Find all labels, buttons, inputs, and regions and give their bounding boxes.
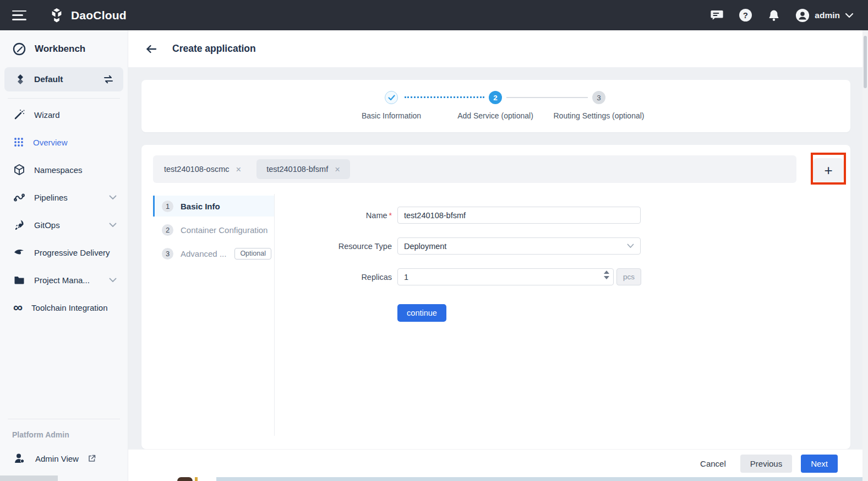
step-connector-dotted: [405, 96, 484, 98]
workspace-name: Default: [34, 74, 95, 84]
tab-label: test240108-bfsmf: [266, 165, 328, 174]
cut-off-content: [216, 477, 868, 481]
step-number-badge: 1: [162, 201, 173, 212]
chevron-down-icon: [109, 278, 117, 283]
form-nav-divider: [274, 194, 275, 436]
step-3-circle: 3: [592, 91, 605, 104]
wizard-nav-label: Container Configuration: [181, 225, 268, 235]
name-field-label: Name*: [232, 211, 392, 220]
workbench-icon: [12, 42, 26, 56]
replicas-label: Replicas: [232, 273, 392, 282]
spin-up-icon[interactable]: [604, 271, 609, 274]
sidebar-item-label: Toolchain Integration: [31, 303, 107, 312]
service-tabbar: test240108-oscmc × test240108-bfsmf ×: [153, 155, 796, 183]
sidebar-item-gitops[interactable]: GitOps: [0, 211, 128, 239]
brand-name: DaoCloud: [71, 9, 127, 22]
close-icon[interactable]: ×: [335, 165, 340, 174]
sidebar-item-label: Overview: [33, 138, 68, 147]
step-1-circle: [385, 91, 398, 104]
replicas-field-row: Replicas pcs: [232, 268, 641, 285]
chevron-down-icon: [109, 223, 117, 228]
message-icon[interactable]: [709, 8, 724, 23]
chevron-down-icon: [845, 13, 854, 18]
step-number: 3: [597, 94, 601, 102]
chevron-down-icon: [627, 244, 634, 248]
cut-off-avatar: [195, 477, 198, 481]
tab-label: test240108-oscmc: [164, 165, 229, 174]
wizard-nav-label: Advanced ...: [181, 249, 226, 258]
platform-admin-label: Platform Admin: [0, 421, 128, 446]
menu-hamburger-icon[interactable]: [12, 10, 26, 20]
daocloud-logo-icon: [48, 7, 65, 24]
sidebar-item-project-management[interactable]: Project Mana...: [0, 266, 128, 294]
stepper-card: 2 3 Basic Information Add Service (optio…: [141, 80, 850, 132]
question-glyph: ?: [743, 10, 748, 20]
user-name: admin: [815, 10, 840, 20]
resource-type-value: Deployment: [404, 242, 446, 251]
sidebar-item-label: Pipelines: [34, 193, 68, 202]
continue-button[interactable]: continue: [397, 304, 446, 322]
sidebar-divider: [8, 98, 120, 99]
scrollbar-thumb[interactable]: [864, 36, 867, 88]
sidebar-item-label: Namespaces: [34, 165, 83, 175]
name-field-row: Name*: [232, 207, 641, 224]
sidebar-section-workbench: Workbench: [0, 30, 128, 64]
switch-workspace-icon[interactable]: [102, 74, 114, 85]
tab-service-bfsmf[interactable]: test240108-bfsmf ×: [256, 159, 350, 179]
resource-type-select[interactable]: Deployment: [397, 237, 641, 255]
sidebar-item-pipelines[interactable]: Pipelines: [0, 183, 128, 211]
replicas-input[interactable]: [398, 269, 597, 284]
step-3-label: Routing Settings (optional): [554, 111, 645, 120]
daocloud-app: DaoCloud ? admin: [0, 0, 868, 481]
rocket-icon: [13, 219, 25, 231]
notifications-bell-icon[interactable]: [767, 8, 781, 23]
pipeline-icon: [13, 191, 25, 203]
resource-type-field-row: Resource Type Deployment: [232, 237, 641, 255]
topbar-actions: ? admin: [709, 8, 854, 23]
sidebar-item-label: GitOps: [34, 220, 60, 230]
cancel-button[interactable]: Cancel: [695, 455, 731, 473]
admin-user-icon: [13, 452, 26, 464]
sidebar-item-label: Project Mana...: [34, 275, 90, 285]
avatar-icon: [795, 8, 810, 23]
step-number-badge: 3: [162, 248, 173, 260]
step-connector-solid: [506, 97, 588, 98]
external-link-icon: [88, 454, 96, 463]
back-arrow-icon[interactable]: [145, 44, 157, 54]
sidebar-item-toolchain-integration[interactable]: ∞ Toolchain Integration: [0, 294, 128, 321]
sidebar-item-namespaces[interactable]: Namespaces: [0, 156, 128, 183]
sidebar-item-label: Progressive Delivery: [34, 248, 110, 257]
close-icon[interactable]: ×: [236, 165, 241, 174]
sidebar-item-wizard[interactable]: Wizard: [0, 101, 128, 128]
folder-icon: [13, 274, 25, 286]
add-service-button[interactable]: +: [813, 158, 844, 182]
next-button[interactable]: Next: [801, 455, 838, 473]
sidebar-item-progressive-delivery[interactable]: Progressive Delivery: [0, 239, 128, 266]
tab-service-oscmc[interactable]: test240108-oscmc ×: [154, 159, 251, 179]
sidebar-divider: [8, 419, 120, 419]
wizard-nav-label: Basic Info: [181, 202, 220, 211]
sidebar-item-overview[interactable]: Overview: [0, 128, 128, 156]
spin-down-icon[interactable]: [604, 276, 609, 279]
previous-button[interactable]: Previous: [740, 455, 792, 473]
required-asterisk: *: [389, 211, 392, 220]
name-input[interactable]: [397, 207, 641, 224]
cut-off-content: [128, 477, 216, 481]
infinity-icon: ∞: [13, 304, 23, 311]
help-icon[interactable]: ?: [738, 8, 752, 23]
workspace-selector[interactable]: Default: [4, 67, 123, 91]
brand-logo[interactable]: DaoCloud: [48, 7, 127, 24]
sidebar-item-label: Admin View: [35, 454, 79, 463]
user-menu[interactable]: admin: [795, 8, 854, 23]
bird-icon: [13, 246, 25, 258]
replicas-stepper[interactable]: [604, 271, 609, 279]
page-scrollbar[interactable]: [862, 30, 868, 481]
resource-type-label: Resource Type: [232, 242, 392, 251]
step-number-badge: 2: [162, 224, 173, 236]
step-number: 2: [493, 94, 498, 102]
sidebar-item-label: Wizard: [34, 110, 60, 120]
topbar: DaoCloud ? admin: [0, 0, 868, 30]
replicas-unit: pcs: [616, 268, 641, 285]
wand-icon: [13, 109, 25, 121]
sidebar: Workbench Default Wizard Overview: [0, 30, 128, 481]
